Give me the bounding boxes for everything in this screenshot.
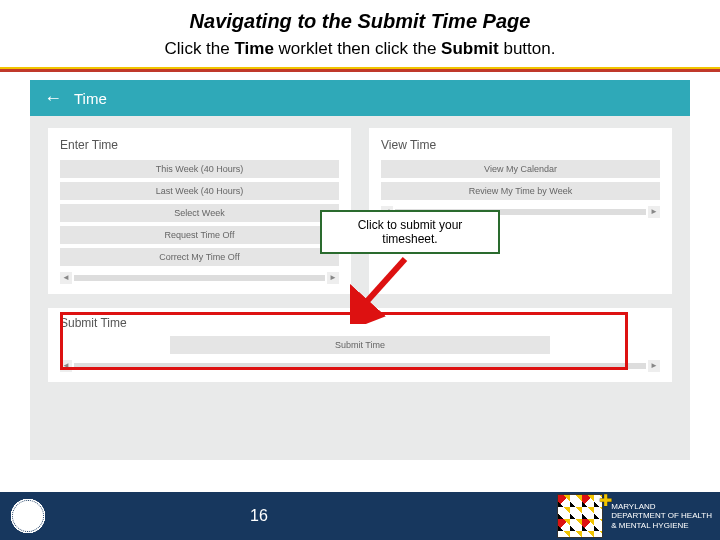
enter-time-card: Enter Time This Week (40 Hours) Last Wee… [48, 128, 351, 294]
subtitle-text: worklet then click the [274, 39, 441, 58]
this-week-button[interactable]: This Week (40 Hours) [60, 160, 339, 178]
last-week-button[interactable]: Last Week (40 Hours) [60, 182, 339, 200]
divider-red [0, 69, 720, 72]
red-arrow-icon [350, 254, 420, 324]
scroll-row: ◄ ► [60, 272, 339, 284]
callout-box: Click to submit your timesheet. [320, 210, 500, 254]
subtitle-bold-submit: Submit [441, 39, 499, 58]
slide-title: Navigating to the Submit Time Page [0, 0, 720, 39]
svg-line-1 [360, 259, 405, 309]
footer-right: MARYLAND DEPARTMENT OF HEALTH & MENTAL H… [557, 494, 712, 538]
back-arrow-icon[interactable]: ← [44, 88, 62, 109]
scroll-right-icon[interactable]: ► [327, 272, 339, 284]
scroll-right-icon[interactable]: ► [648, 360, 660, 372]
dept-line2: DEPARTMENT OF HEALTH [611, 511, 712, 521]
subtitle-text: button. [499, 39, 556, 58]
state-seal-icon [6, 494, 50, 538]
app-topbar: ← Time [30, 80, 690, 116]
slide-subtitle: Click the Time worklet then click the Su… [0, 39, 720, 67]
highlight-box [60, 312, 628, 370]
maryland-flag-icon [557, 494, 603, 538]
subtitle-bold-time: Time [234, 39, 273, 58]
card-title: View Time [381, 138, 660, 152]
footer-bar: 16 MARYLAND DEPARTMENT OF HEALTH & MENTA… [0, 492, 720, 540]
select-week-button[interactable]: Select Week [60, 204, 339, 222]
page-number: 16 [250, 507, 268, 525]
review-time-button[interactable]: Review My Time by Week [381, 182, 660, 200]
scroll-left-icon[interactable]: ◄ [60, 272, 72, 284]
card-title: Enter Time [60, 138, 339, 152]
callout-line2: timesheet. [330, 232, 490, 246]
scroll-track[interactable] [74, 275, 325, 281]
view-calendar-button[interactable]: View My Calendar [381, 160, 660, 178]
callout-line1: Click to submit your [330, 218, 490, 232]
dept-line1: MARYLAND [611, 502, 712, 512]
dept-line3: & MENTAL HYGIENE [611, 521, 712, 531]
subtitle-text: Click the [165, 39, 235, 58]
request-time-off-button[interactable]: Request Time Off [60, 226, 339, 244]
department-text: MARYLAND DEPARTMENT OF HEALTH & MENTAL H… [611, 502, 712, 531]
topbar-title: Time [74, 90, 107, 107]
scroll-right-icon[interactable]: ► [648, 206, 660, 218]
correct-time-off-button[interactable]: Correct My Time Off [60, 248, 339, 266]
